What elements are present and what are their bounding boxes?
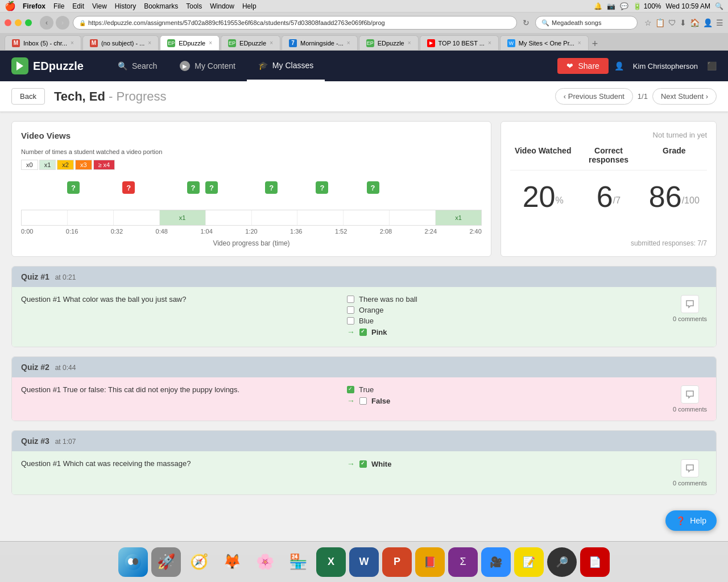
logout-icon[interactable]: ⬛ [707, 61, 717, 70]
tab-close[interactable]: × [408, 40, 411, 46]
menu-firefox[interactable]: Firefox [23, 2, 46, 10]
edpuzzle-logo[interactable]: EDpuzzle [11, 57, 84, 74]
quiz-3-q1-options: → White [347, 459, 661, 471]
tab-close[interactable]: × [71, 40, 74, 46]
quiz-1-q1-text: Question #1 What color was the ball you … [21, 295, 336, 304]
browser-search-bar[interactable]: 🔍 Megadeath songs [535, 16, 638, 30]
comment-count: 0 comments [673, 315, 707, 322]
quiz-1-q1-options: There was no ball Orange Blue → Pink [347, 295, 661, 339]
seg-2 [114, 210, 160, 225]
dock-finder[interactable] [118, 547, 148, 556]
dock-launchpad[interactable]: 🚀 [151, 547, 181, 556]
dock-powerpoint[interactable]: P [382, 547, 412, 556]
dock-safari[interactable]: 🧭 [184, 547, 214, 556]
apple-menu[interactable]: 🍎 [5, 1, 16, 11]
quiz-3-section: Quiz #3 at 1:07 Question #1 Which cat wa… [11, 430, 717, 495]
time-6: 1:36 [290, 228, 302, 235]
time-0: 0:00 [21, 228, 33, 235]
tab-close[interactable]: × [578, 40, 581, 46]
dock-photos[interactable]: 🌸 [250, 547, 280, 556]
dock-stickies[interactable]: 📝 [514, 547, 544, 556]
logo-icon [11, 57, 28, 74]
tab-gmail-inbox[interactable]: M Inbox (5) - chr... × [5, 35, 81, 50]
q-marker-7: ? [367, 181, 379, 194]
dock-firefox[interactable]: 🦊 [217, 547, 247, 556]
nav-search[interactable]: 🔍 Search [106, 51, 168, 81]
option-pink: → Pink [347, 327, 661, 336]
tab-my-sites[interactable]: W My Sites < One Pr... × [500, 35, 589, 50]
quiz-2-section: Quiz #2 at 0:44 Question #1 True or fals… [11, 356, 717, 421]
time-8: 2:08 [380, 228, 392, 235]
option-white: → White [347, 459, 661, 468]
dock-zoom[interactable]: 🎥 [481, 547, 511, 556]
menu-tools[interactable]: Tools [186, 2, 202, 10]
tab-close[interactable]: × [347, 40, 350, 46]
minimize-window[interactable] [15, 19, 22, 26]
help-button[interactable]: ❓ Help [665, 510, 717, 531]
tab-edpuzzle-2[interactable]: EP EDpuzzle × [221, 35, 280, 50]
help-label: Help [690, 516, 706, 525]
dock-acrobat[interactable]: 📄 [580, 547, 610, 556]
video-watched-header: Video Watched [510, 146, 576, 164]
home-btn[interactable]: 🏠 [690, 18, 700, 27]
tab-gmail-compose[interactable]: M (no subject) - ... × [82, 35, 159, 50]
reload-btn[interactable]: ↻ [523, 18, 530, 27]
window-controls[interactable] [5, 19, 32, 26]
menu-history[interactable]: History [115, 2, 136, 10]
seg-5 [252, 210, 298, 225]
student-navigation: ‹ Previous Student 1/1 Next Student › [555, 88, 717, 105]
video-bar-visualization: ? ? ? ? ? ? [21, 179, 482, 247]
seg-6 [297, 210, 344, 225]
back-nav-btn[interactable]: ‹ [40, 16, 53, 30]
prev-student-btn[interactable]: ‹ Previous Student [555, 88, 633, 105]
address-bar[interactable]: 🔒 https://edpuzzle.com/assignments/57d02… [73, 16, 517, 30]
seg-1 [68, 210, 114, 225]
dock-books[interactable]: 📕 [415, 547, 445, 556]
tab-edpuzzle-3[interactable]: EP EDpuzzle × [359, 35, 419, 50]
quiz-2-q1-text: Question #1 True or false: This cat did … [21, 385, 336, 394]
quiz-1-q1-row: Question #1 What color was the ball you … [12, 287, 716, 347]
time-1: 0:16 [66, 228, 78, 235]
tab-close[interactable]: × [209, 40, 212, 46]
menu-file[interactable]: File [53, 2, 64, 10]
nav-share[interactable]: ❤ Share [557, 58, 608, 74]
question-icon: ❓ [676, 516, 685, 525]
menu-view[interactable]: View [92, 2, 107, 10]
menu-window[interactable]: Window [210, 2, 234, 10]
comment-icon-3[interactable] [681, 459, 699, 477]
dock-word[interactable]: W [349, 547, 379, 556]
fullscreen-window[interactable] [25, 19, 32, 26]
classes-icon: 🎓 [258, 61, 268, 70]
menu-help[interactable]: Help [242, 2, 257, 10]
browser-chrome: ‹ › 🔒 https://edpuzzle.com/assignments/5… [0, 13, 728, 51]
dock-grapher[interactable]: Σ [448, 547, 478, 556]
option-true: True [347, 385, 661, 394]
dock-app-store[interactable]: 🏪 [283, 547, 313, 556]
nav-my-classes[interactable]: 🎓 My Classes [247, 51, 325, 81]
back-button[interactable]: Back [11, 88, 45, 105]
nav-my-content[interactable]: ▶ My Content [168, 51, 247, 81]
grade-value: 86/100 [642, 182, 707, 211]
forward-nav-btn[interactable]: › [56, 16, 69, 30]
bookmark-btn[interactable]: 📋 [655, 18, 665, 27]
search-icon-menu[interactable]: 🔍 [715, 2, 723, 10]
tab-edpuzzle-active[interactable]: EP EDpuzzle × [160, 35, 220, 50]
next-student-btn[interactable]: Next Student › [652, 88, 717, 105]
comment-icon-2[interactable] [681, 385, 699, 404]
menu-edit[interactable]: Edit [72, 2, 84, 10]
menu-btn[interactable]: ☰ [716, 18, 723, 27]
new-tab-btn[interactable]: + [592, 38, 598, 50]
tab-close[interactable]: × [488, 40, 491, 46]
close-window[interactable] [5, 19, 11, 26]
page-title: Tech, Ed - Progress [54, 89, 167, 104]
quiz-2-time: at 0:44 [55, 364, 76, 372]
tab-morningside[interactable]: 7 Morningside -... × [282, 35, 358, 50]
tab-close[interactable]: × [270, 40, 273, 46]
star-btn[interactable]: ☆ [644, 18, 652, 27]
dock-proxyman[interactable]: 🔎 [547, 547, 577, 556]
comment-icon[interactable] [681, 295, 699, 313]
tab-youtube[interactable]: ▶ TOP 10 BEST ... × [420, 35, 499, 50]
dock-excel[interactable]: X [316, 547, 346, 556]
tab-close[interactable]: × [148, 40, 151, 46]
menu-bookmarks[interactable]: Bookmarks [144, 2, 178, 10]
